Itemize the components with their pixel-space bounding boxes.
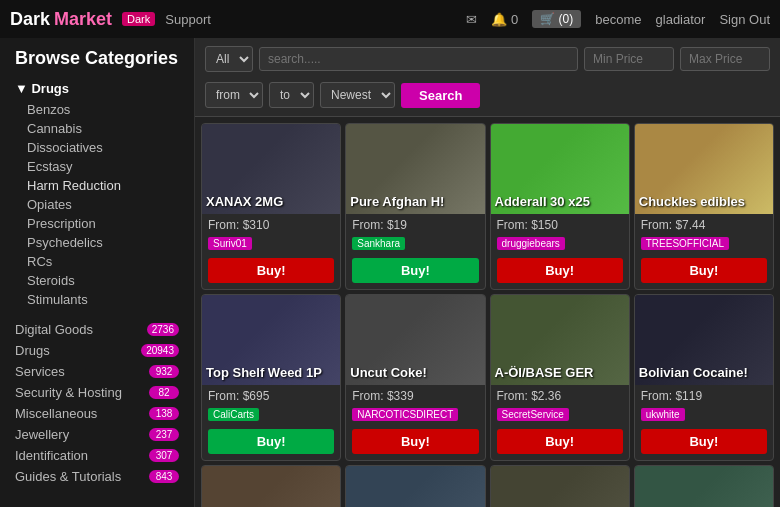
product-info: From: $339 NARCOTICSDIRECT: [346, 385, 484, 429]
product-card: Bolivian Cocaine! From: $119 ukwhite Buy…: [634, 294, 774, 461]
sidebar-item-ecstasy[interactable]: Ecstasy: [27, 157, 179, 176]
product-vendor: CaliCarts: [208, 408, 259, 421]
products-grid: XANAX 2MG From: $310 Suriv01 Buy! Pure A…: [195, 117, 780, 507]
product-image: Chuckles edibles: [635, 124, 773, 214]
product-image: XANAX 2MG: [202, 124, 340, 214]
product-price: From: $695: [208, 389, 334, 403]
product-info: From: $310 Suriv01: [202, 214, 340, 258]
product-price: From: $19: [352, 218, 478, 232]
to-select[interactable]: to: [269, 82, 314, 108]
category-miscellaneous[interactable]: Miscellaneous 138: [15, 403, 179, 424]
product-price: From: $119: [641, 389, 767, 403]
product-image: DMT: [635, 466, 773, 507]
product-card: Top Shelf Weed 1P From: $695 CaliCarts B…: [201, 294, 341, 461]
support-link[interactable]: Support: [165, 12, 211, 27]
product-image: 1g Raw: [202, 466, 340, 507]
product-title: Top Shelf Weed 1P: [206, 365, 322, 381]
sidebar-item-harm-reduction[interactable]: Harm Reduction: [27, 176, 179, 195]
drugs-label: Drugs: [31, 81, 69, 96]
logo-market-text: Market: [54, 9, 112, 30]
product-card: XANAX 2MG From: $310 Suriv01 Buy!: [201, 123, 341, 290]
become-link[interactable]: become: [595, 12, 641, 27]
product-card: Uncut Coke! From: $339 NARCOTICSDIRECT B…: [345, 294, 485, 461]
product-price: From: $150: [497, 218, 623, 232]
category-list: Digital Goods 2736 Drugs 20943 Services …: [15, 319, 179, 487]
sort-select[interactable]: Newest: [320, 82, 395, 108]
product-price: From: $339: [352, 389, 478, 403]
sidebar-item-opiates[interactable]: Opiates: [27, 195, 179, 214]
product-vendor: TREESOFFICIAL: [641, 237, 729, 250]
category-digital-goods[interactable]: Digital Goods 2736: [15, 319, 179, 340]
search-bar: All from to Newest Search: [195, 38, 780, 117]
buy-button[interactable]: Buy!: [208, 429, 334, 454]
from-select[interactable]: from: [205, 82, 263, 108]
product-image: Pure Afghan H!: [346, 124, 484, 214]
buy-button[interactable]: Buy!: [208, 258, 334, 283]
product-info: From: $119 ukwhite: [635, 385, 773, 429]
search-input[interactable]: [259, 47, 578, 71]
logo: DarkMarket: [10, 9, 112, 30]
sidebar-item-steroids[interactable]: Steroids: [27, 271, 179, 290]
max-price-input[interactable]: [680, 47, 770, 71]
sidebar-item-prescription[interactable]: Prescription: [27, 214, 179, 233]
category-guides-tutorials[interactable]: Guides & Tutorials 843: [15, 466, 179, 487]
sidebar-item-rcs[interactable]: RCs: [27, 252, 179, 271]
product-price: From: $2.36: [497, 389, 623, 403]
product-info: From: $695 CaliCarts: [202, 385, 340, 429]
product-image: Uncut Coke!: [346, 295, 484, 385]
product-title: XANAX 2MG: [206, 194, 283, 210]
main-layout: Browse Categories ▼ Drugs Benzos Cannabi…: [0, 38, 780, 507]
product-info: From: $150 druggiebears: [491, 214, 629, 258]
category-identification[interactable]: Identification 307: [15, 445, 179, 466]
product-image: Bolivian Cocaine!: [635, 295, 773, 385]
product-info: From: $19 Sankhara: [346, 214, 484, 258]
cart-button[interactable]: 🛒 (0): [532, 10, 581, 28]
main-content: All from to Newest Search: [195, 38, 780, 507]
product-vendor: SecretService: [497, 408, 569, 421]
sidebar-item-psychedelics[interactable]: Psychedelics: [27, 233, 179, 252]
bell-icon[interactable]: 🔔 0: [491, 12, 518, 27]
signout-link[interactable]: Sign Out: [719, 12, 770, 27]
product-title: A-ÖI/BASE GER: [495, 365, 594, 381]
buy-button[interactable]: Buy!: [641, 258, 767, 283]
min-price-input[interactable]: [584, 47, 674, 71]
product-card: NEW OG From: $— Buy!: [345, 465, 485, 507]
buy-button[interactable]: Buy!: [352, 429, 478, 454]
sidebar-item-benzos[interactable]: Benzos: [27, 100, 179, 119]
category-services[interactable]: Services 932: [15, 361, 179, 382]
product-vendor: Sankhara: [352, 237, 405, 250]
drugs-section: ▼ Drugs: [15, 81, 179, 96]
search-button[interactable]: Search: [401, 83, 480, 108]
product-card: A-ÖI/BASE GER From: $2.36 SecretService …: [490, 294, 630, 461]
sidebar-title: Browse Categories: [15, 48, 179, 69]
product-info: From: $7.44 TREESOFFICIAL: [635, 214, 773, 258]
type-select[interactable]: All: [205, 46, 253, 72]
product-card: Sandoz From: $— Buy!: [490, 465, 630, 507]
product-price: From: $310: [208, 218, 334, 232]
header-icons: ✉ ✉ 🔔 0 🛒 (0) become gladiator Sign Out: [466, 10, 770, 28]
sidebar-item-stimulants[interactable]: Stimulants: [27, 290, 179, 309]
buy-button[interactable]: Buy!: [352, 258, 478, 283]
drugs-arrow: ▼: [15, 81, 31, 96]
product-vendor: Suriv01: [208, 237, 252, 250]
sidebar-item-dissociatives[interactable]: Dissociatives: [27, 138, 179, 157]
category-jewellery[interactable]: Jewellery 237: [15, 424, 179, 445]
category-drugs[interactable]: Drugs 20943: [15, 340, 179, 361]
product-image: Adderall 30 x25: [491, 124, 629, 214]
category-security-hosting[interactable]: Security & Hosting 82: [15, 382, 179, 403]
product-card: Pure Afghan H! From: $19 Sankhara Buy!: [345, 123, 485, 290]
buy-button[interactable]: Buy!: [497, 258, 623, 283]
header: DarkMarket Dark Support ✉ ✉ 🔔 0 🛒 (0) be…: [0, 0, 780, 38]
logo-dark-text: Dark: [10, 9, 50, 30]
product-image: Top Shelf Weed 1P: [202, 295, 340, 385]
username-link[interactable]: gladiator: [656, 12, 706, 27]
sidebar-item-cannabis[interactable]: Cannabis: [27, 119, 179, 138]
buy-button[interactable]: Buy!: [641, 429, 767, 454]
dark-badge: Dark: [122, 12, 155, 26]
product-title: Bolivian Cocaine!: [639, 365, 748, 381]
product-card: 1g Raw From: $— Buy!: [201, 465, 341, 507]
mail-icon[interactable]: ✉ ✉: [466, 12, 477, 27]
buy-button[interactable]: Buy!: [497, 429, 623, 454]
product-image: NEW OG: [346, 466, 484, 507]
product-info: From: $2.36 SecretService: [491, 385, 629, 429]
